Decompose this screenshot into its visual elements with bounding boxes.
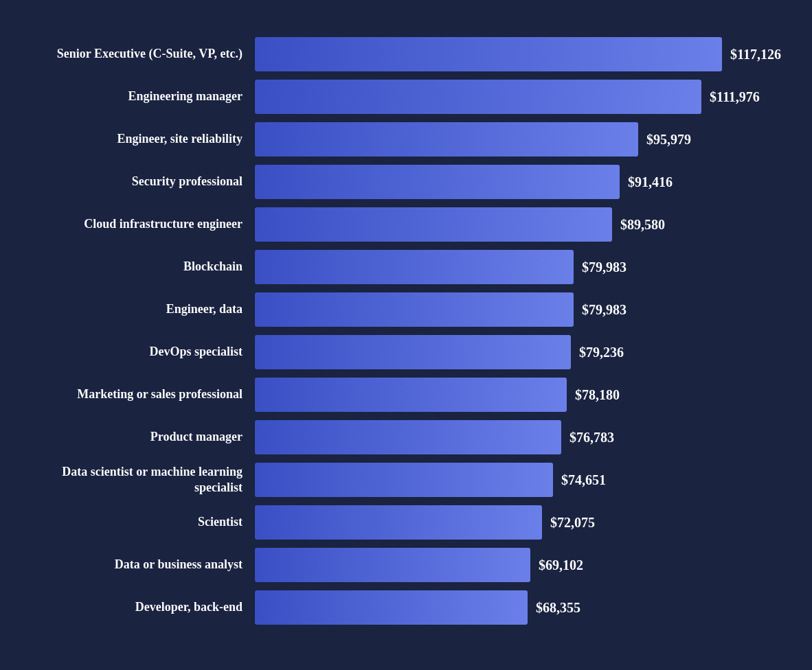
- bar-label: Marketing or sales professional: [28, 386, 255, 402]
- bar-label: Engineer, data: [28, 301, 255, 317]
- bar-label: Developer, back-end: [28, 599, 255, 615]
- bar-wrapper: $91,416: [255, 165, 784, 199]
- bar-label: Security professional: [28, 174, 255, 189]
- bar-wrapper: $68,355: [255, 590, 784, 625]
- bar-label: Data scientist or machine learning speci…: [28, 464, 255, 496]
- bar-fill: [255, 335, 571, 369]
- bar-value: $79,983: [582, 259, 627, 275]
- bar-row: Cloud infrastructure engineer$89,580: [28, 207, 784, 242]
- bar-wrapper: $79,236: [255, 335, 784, 369]
- bar-label: Engineering manager: [28, 89, 255, 104]
- bar-value: $79,983: [582, 302, 627, 318]
- bar-wrapper: $76,783: [255, 420, 784, 454]
- bar-value: $79,236: [579, 345, 624, 360]
- bar-row: Developer, back-end$68,355: [28, 590, 784, 625]
- bar-value: $117,126: [730, 47, 781, 62]
- bar-fill: [255, 378, 567, 412]
- bar-fill: [255, 250, 574, 284]
- bar-value: $74,651: [561, 472, 606, 488]
- bar-wrapper: $78,180: [255, 378, 784, 412]
- bar-wrapper: $72,075: [255, 505, 784, 540]
- bar-label: DevOps specialist: [28, 344, 255, 360]
- bar-fill: [255, 207, 612, 242]
- bar-value: $69,102: [539, 557, 583, 573]
- bar-row: DevOps specialist$79,236: [28, 335, 784, 369]
- bar-value: $89,580: [620, 217, 665, 233]
- bar-value: $91,416: [628, 174, 673, 190]
- bar-label: Product manager: [28, 429, 255, 445]
- bar-row: Data or business analyst$69,102: [28, 548, 784, 582]
- bar-value: $78,180: [575, 387, 620, 403]
- bar-fill: [255, 590, 528, 625]
- bar-label: Data or business analyst: [28, 557, 255, 573]
- bar-label: Senior Executive (C-Suite, VP, etc.): [28, 46, 255, 62]
- bar-row: Marketing or sales professional$78,180: [28, 378, 784, 412]
- bar-label: Cloud infrastructure engineer: [28, 216, 255, 232]
- bar-label: Engineer, site reliability: [28, 131, 255, 147]
- bar-fill: [255, 80, 701, 114]
- bar-label: Blockchain: [28, 259, 255, 275]
- bar-wrapper: $95,979: [255, 122, 784, 157]
- bar-wrapper: $117,126: [255, 37, 784, 71]
- bar-value: $95,979: [646, 132, 691, 148]
- bar-wrapper: $89,580: [255, 207, 784, 242]
- bar-row: Blockchain$79,983: [28, 250, 784, 284]
- bar-wrapper: $111,976: [255, 80, 784, 114]
- bar-value: $68,355: [536, 600, 580, 616]
- bar-row: Scientist$72,075: [28, 505, 784, 540]
- bar-row: Engineering manager$111,976: [28, 80, 784, 114]
- bar-wrapper: $79,983: [255, 250, 784, 284]
- bar-row: Product manager$76,783: [28, 420, 784, 454]
- bar-fill: [255, 165, 620, 199]
- bar-wrapper: $79,983: [255, 292, 784, 327]
- bar-fill: [255, 420, 561, 454]
- bar-fill: [255, 548, 530, 582]
- bar-fill: [255, 292, 574, 327]
- bar-wrapper: $74,651: [255, 463, 784, 497]
- bar-fill: [255, 37, 722, 71]
- bar-fill: [255, 505, 542, 540]
- bar-fill: [255, 122, 638, 157]
- bar-row: Engineer, site reliability$95,979: [28, 122, 784, 157]
- bar-wrapper: $69,102: [255, 548, 784, 582]
- bar-label: Scientist: [28, 514, 255, 530]
- bar-row: Security professional$91,416: [28, 165, 784, 199]
- bar-value: $111,976: [710, 89, 760, 105]
- bar-row: Engineer, data$79,983: [28, 292, 784, 327]
- bar-value: $72,075: [550, 515, 595, 531]
- bar-value: $76,783: [569, 430, 614, 446]
- bar-row: Data scientist or machine learning speci…: [28, 463, 784, 497]
- bar-fill: [255, 463, 553, 497]
- salary-chart: Senior Executive (C-Suite, VP, etc.)$117…: [28, 23, 784, 647]
- bar-row: Senior Executive (C-Suite, VP, etc.)$117…: [28, 37, 784, 71]
